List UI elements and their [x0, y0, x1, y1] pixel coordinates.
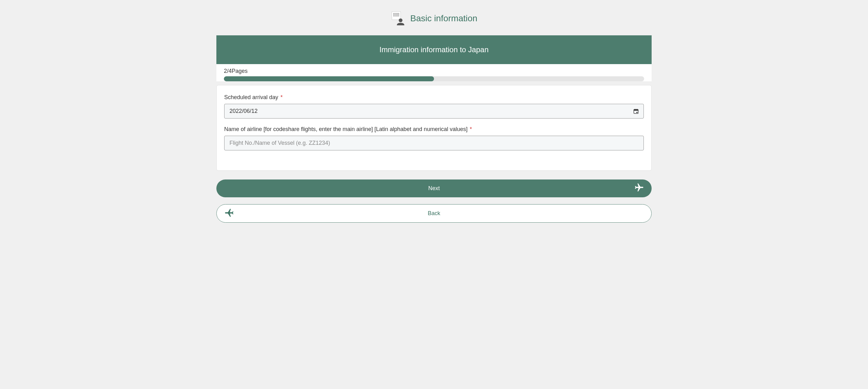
- progress-bar-fill: [224, 76, 434, 81]
- arrival-day-group: Scheduled arrival day * 2022/06/12: [224, 94, 644, 118]
- person-info-icon: [391, 11, 406, 26]
- progress-bar: [224, 76, 644, 81]
- airline-label: Name of airline [for codeshare flights, …: [224, 126, 644, 133]
- arrival-day-label: Scheduled arrival day *: [224, 94, 644, 101]
- svg-rect-20: [637, 109, 638, 110]
- svg-point-14: [397, 16, 398, 16]
- required-indicator: *: [280, 94, 283, 101]
- progress-label: 2/4Pages: [224, 68, 644, 75]
- svg-rect-21: [636, 112, 638, 113]
- svg-point-15: [398, 16, 399, 16]
- svg-point-11: [394, 16, 394, 16]
- svg-point-4: [397, 13, 398, 14]
- svg-rect-19: [635, 109, 636, 110]
- arrival-day-input[interactable]: 2022/06/12: [224, 104, 644, 118]
- next-button[interactable]: Next: [216, 179, 652, 197]
- airline-input[interactable]: [224, 136, 644, 150]
- svg-point-9: [397, 15, 398, 15]
- plane-right-icon: [634, 183, 644, 194]
- airline-group: Name of airline [for codeshare flights, …: [224, 126, 644, 150]
- svg-point-10: [398, 15, 399, 15]
- svg-point-12: [395, 16, 395, 16]
- svg-point-16: [399, 19, 402, 22]
- svg-point-13: [396, 16, 397, 16]
- svg-rect-18: [634, 109, 638, 111]
- page-header: Basic information: [216, 6, 652, 35]
- button-group: Next Back: [216, 179, 652, 223]
- svg-point-3: [396, 13, 397, 14]
- back-button[interactable]: Back: [216, 204, 652, 223]
- page-title: Basic information: [410, 13, 477, 24]
- arrival-day-value: 2022/06/12: [229, 108, 257, 114]
- form-card: Scheduled arrival day * 2022/06/12: [216, 85, 652, 171]
- section-banner: Immigration information to Japan: [216, 35, 652, 64]
- svg-point-2: [395, 13, 395, 14]
- svg-point-1: [394, 13, 394, 14]
- plane-left-icon: [224, 207, 234, 219]
- svg-point-8: [396, 15, 397, 15]
- svg-point-5: [398, 13, 399, 14]
- svg-point-6: [394, 15, 394, 15]
- svg-point-7: [395, 15, 395, 15]
- required-indicator: *: [470, 126, 472, 132]
- calendar-icon: [633, 109, 639, 114]
- banner-title: Immigration information to Japan: [379, 45, 489, 54]
- progress-section: 2/4Pages: [216, 64, 652, 81]
